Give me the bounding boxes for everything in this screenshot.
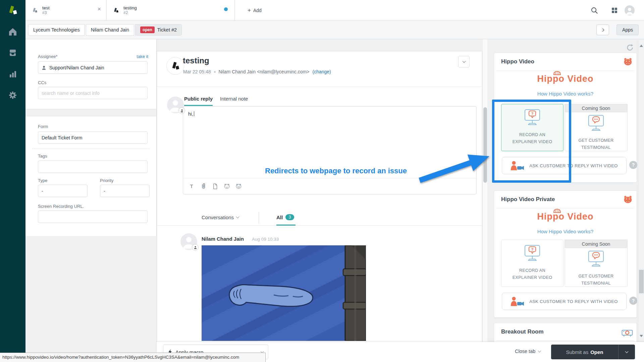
submit-button[interactable]: Submit as Open	[551, 345, 635, 359]
header-menu-button[interactable]	[458, 56, 470, 67]
type-select[interactable]: -	[38, 185, 88, 197]
user-avatar[interactable]	[625, 5, 635, 15]
message-avatar	[180, 233, 197, 250]
close-tab-label: Close tab	[515, 349, 535, 354]
chevron-down-icon	[625, 350, 629, 353]
priority-select[interactable]: -	[100, 185, 150, 197]
agent-avatar	[167, 97, 184, 113]
hippo-video-library-button[interactable]	[235, 183, 242, 190]
hippo-face-icon	[623, 57, 633, 68]
hippo-face-icon	[235, 183, 242, 190]
views-icon	[8, 48, 17, 58]
ticket-tab-icon	[113, 7, 119, 14]
collapse-panel-button[interactable]	[596, 24, 609, 35]
logo-mark-icon	[7, 4, 19, 16]
tile-label-line: TESTIMONIAL	[565, 280, 627, 287]
nav-home-button[interactable]	[8, 27, 18, 37]
conversations-filter[interactable]: Conversations	[202, 215, 239, 220]
hippo-hat-icon	[553, 71, 561, 77]
ticket-title: testing	[183, 56, 209, 65]
take-it-link[interactable]: take it	[137, 54, 148, 59]
document-icon	[212, 183, 218, 190]
record-explainer-video-tile[interactable]: ? RECORD AN EXPLAINER VIDEO	[501, 240, 564, 287]
scroll-down-icon[interactable]	[640, 335, 643, 337]
breadcrumb-person[interactable]: Nilam Chand Jain	[86, 24, 134, 36]
apps-toggle-button[interactable]: Apps	[616, 24, 639, 35]
screen-recording-url-input[interactable]	[38, 210, 148, 223]
tile-label-line: RECORD AN	[501, 131, 563, 138]
app-card-title: Hippo Video	[501, 58, 534, 65]
how-hippo-video-works-link[interactable]: How Hippo Video works?	[494, 91, 637, 97]
nav-views-button[interactable]	[8, 48, 18, 58]
ticket-requester: Nilam Chand Jain <nilam@lyceuminc.com>	[219, 69, 310, 74]
message-author: Nilam Chand Jain	[202, 236, 244, 242]
apps-scrollbar[interactable]	[638, 39, 644, 342]
main-scrollbar[interactable]	[482, 39, 487, 342]
ticket-tab-testing[interactable]: testing #2	[107, 0, 235, 20]
reply-editor[interactable]: hi, T	[183, 106, 477, 194]
ask-button-label: ASK CUSTOMER TO REPLY WITH VIDEO	[529, 299, 618, 304]
get-customer-testimonial-tile[interactable]: Coming Soon GET CUSTOMER TESTIMONIAL	[565, 240, 628, 287]
add-tab-button[interactable]: + Add	[242, 0, 267, 20]
apps-grid-button[interactable]	[608, 4, 621, 16]
product-logo[interactable]	[0, 0, 25, 21]
screen-recording-url-label: Screen Recording URL.	[38, 204, 84, 209]
unsaved-dot-icon	[224, 7, 228, 11]
hippo-video-record-button[interactable]	[223, 183, 230, 190]
change-requester-link[interactable]: (change)	[312, 69, 331, 74]
tab-all-conversations[interactable]: All 3	[276, 214, 294, 220]
left-nav	[0, 0, 25, 362]
tile-label-line: RECORD AN	[501, 267, 563, 274]
paperclip-icon	[200, 183, 206, 190]
nav-admin-button[interactable]	[8, 90, 18, 100]
breadcrumb-org[interactable]: Lyceum Technologies	[28, 24, 85, 36]
close-tab-icon[interactable]: ×	[97, 6, 101, 12]
dotted-divider	[497, 341, 634, 341]
ccs-input[interactable]	[38, 87, 148, 99]
submit-options-button[interactable]	[618, 345, 635, 359]
ccs-label: CCs	[38, 80, 46, 85]
submit-main[interactable]: Submit as Open	[551, 345, 618, 359]
tab-title: test	[42, 5, 50, 10]
vertical-divider	[259, 212, 259, 224]
scrollbar-thumb[interactable]	[639, 270, 644, 293]
attach-file-button[interactable]	[200, 183, 207, 190]
breadcrumb-org-label: Lyceum Technologies	[33, 27, 80, 33]
ask-customer-reply-video-button[interactable]: ASK CUSTOMER TO REPLY WITH VIDEO	[502, 293, 627, 310]
get-customer-testimonial-tile[interactable]: Coming Soon GET CUSTOMER TESTIMONIAL	[565, 104, 628, 151]
apps-button-label: Apps	[622, 27, 633, 33]
help-button[interactable]: ?	[629, 297, 637, 305]
breadcrumb-row: Lyceum Technologies Nilam Chand Jain ope…	[25, 21, 644, 39]
refresh-apps-button[interactable]	[626, 44, 634, 52]
tags-label: Tags	[38, 154, 47, 159]
chevron-down-icon	[538, 349, 541, 352]
plus-icon: +	[248, 7, 251, 14]
breadcrumb-ticket[interactable]: open Ticket #2	[135, 24, 182, 36]
search-button[interactable]	[588, 4, 600, 16]
insert-document-button[interactable]	[211, 183, 219, 190]
assignee-select[interactable]: Support/Nilam Chand Jain	[38, 61, 148, 74]
nav-reports-button[interactable]	[8, 69, 18, 79]
section-divider	[25, 109, 156, 116]
priority-value: -	[104, 188, 105, 194]
help-button[interactable]: ?	[629, 161, 637, 169]
person-icon	[194, 246, 197, 249]
close-tab-button[interactable]: Close tab	[515, 349, 541, 354]
scrollbar-thumb[interactable]	[483, 107, 487, 183]
form-label: Form	[38, 124, 48, 129]
ask-customer-reply-video-button[interactable]: ASK CUSTOMER TO REPLY WITH VIDEO	[502, 157, 627, 174]
tab-title: testing	[123, 5, 137, 10]
status-badge: open	[140, 26, 155, 33]
how-hippo-video-works-link[interactable]: How Hippo Video works?	[494, 229, 637, 234]
tab-internal-note[interactable]: Internal note	[220, 96, 248, 106]
tab-public-reply[interactable]: Public reply	[184, 96, 213, 106]
text-format-button[interactable]: T	[188, 183, 195, 190]
message-attachment-image[interactable]	[202, 245, 366, 341]
form-select[interactable]: Default Ticket Form	[38, 131, 148, 144]
record-explainer-video-tile[interactable]: ? RECORD AN EXPLAINER VIDEO	[501, 104, 564, 151]
ticket-tab-test[interactable]: test #3 ×	[25, 0, 107, 20]
tags-input[interactable]	[38, 161, 148, 173]
person-camera-icon	[511, 296, 525, 306]
coming-soon-banner: Coming Soon	[565, 104, 628, 112]
scroll-up-icon[interactable]	[640, 45, 643, 47]
